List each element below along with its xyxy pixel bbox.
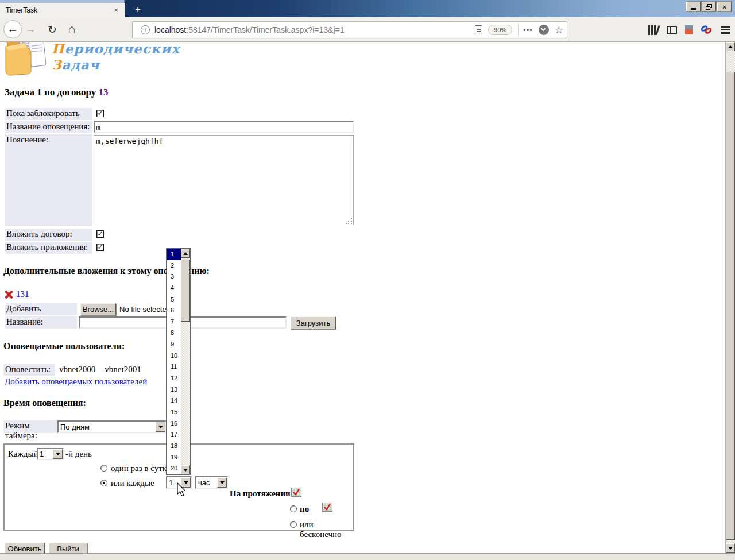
every-interval-label: или каждые xyxy=(111,478,154,488)
menu-icon[interactable] xyxy=(721,26,730,34)
page-title: Задача 1 по договору 13 xyxy=(5,87,109,98)
divider xyxy=(518,24,519,36)
infinite-radio[interactable] xyxy=(290,521,297,528)
minimize-icon xyxy=(691,8,696,10)
browse-button[interactable]: Browse... xyxy=(80,303,116,315)
page-scrollbar[interactable] xyxy=(725,42,735,553)
app-logo-line1: Периодических xyxy=(52,42,180,56)
add-attachment-label: Добавить вложение: xyxy=(5,303,77,315)
window-bottom-edge xyxy=(0,553,735,560)
no-file-text: No file selected. xyxy=(119,305,173,314)
app-logo-line2: Задач xyxy=(52,57,100,72)
alert-name-label: Название оповещения: xyxy=(5,121,92,133)
page-content: Периодических Задач Задача 1 по договору… xyxy=(0,42,725,553)
home-icon: ⌂ xyxy=(68,22,75,36)
until-label: по xyxy=(300,504,309,514)
scrollbar-thumb[interactable] xyxy=(181,260,190,322)
every-interval-radio[interactable] xyxy=(100,480,107,486)
home-button[interactable]: ⌂ xyxy=(63,22,80,37)
sidebar-icon[interactable] xyxy=(667,26,677,34)
scroll-up-button[interactable] xyxy=(181,249,190,258)
date-picker-from-icon[interactable] xyxy=(291,488,301,497)
scrollbar-thumb[interactable] xyxy=(726,72,735,540)
restore-button[interactable] xyxy=(702,2,716,11)
forward-button[interactable]: → xyxy=(22,23,39,36)
delete-attachment-icon[interactable] xyxy=(5,290,13,299)
chevron-down-icon xyxy=(156,422,165,432)
url-bar[interactable]: i localhost:58147/TimerTask/TimerTask.as… xyxy=(132,21,567,38)
contract-link[interactable]: 13 xyxy=(99,87,109,98)
update-button[interactable]: Обновить xyxy=(5,543,45,553)
notified-user: vbnet2000 xyxy=(59,365,95,374)
dropdown-scrollbar[interactable] xyxy=(181,249,190,474)
back-icon: ← xyxy=(7,23,18,36)
zoom-level-badge[interactable]: 90% xyxy=(488,25,512,35)
scroll-up-button[interactable] xyxy=(726,42,735,51)
close-button[interactable]: × xyxy=(717,2,732,11)
until-radio[interactable] xyxy=(290,505,297,512)
attachment-link[interactable]: 131 xyxy=(16,289,29,299)
minimize-button[interactable] xyxy=(686,2,701,11)
upload-button[interactable]: Загрузить xyxy=(291,316,336,329)
dropdown-popup: 1234567891011121314151617181920 xyxy=(166,248,191,475)
users-heading: Оповещаемые пользователи: xyxy=(3,341,125,352)
notify-label: Оповестить: xyxy=(3,364,55,376)
library-icon[interactable] xyxy=(648,25,659,35)
reader-mode-icon[interactable] xyxy=(475,25,482,34)
scroll-down-button[interactable] xyxy=(726,543,735,553)
infinite-label: или бесконечно xyxy=(300,520,353,539)
date-picker-until-icon[interactable] xyxy=(322,503,332,512)
url-path: :58147/TimerTask/TimerTask.aspx?i=13&j=1 xyxy=(186,25,344,34)
forward-icon: → xyxy=(25,23,36,35)
tab-timertask[interactable]: TimerTask × xyxy=(0,3,125,17)
alert-name-input[interactable]: m xyxy=(94,121,354,133)
back-button[interactable]: ← xyxy=(3,20,22,38)
lock-checkbox[interactable]: ✓ xyxy=(96,110,104,117)
notified-users: vbnet2000vbnet2001 xyxy=(59,365,141,374)
pocket-icon[interactable] xyxy=(539,25,549,35)
page-actions-icon[interactable]: ••• xyxy=(523,26,533,34)
duration-label: На протяжении с xyxy=(230,489,296,499)
mouse-cursor xyxy=(176,482,188,497)
new-tab-button[interactable]: + xyxy=(131,3,145,17)
every-prefix: Каждый xyxy=(8,449,38,459)
lock-label: Пока заблокировать xyxy=(5,108,92,120)
attach-contract-checkbox[interactable]: ✓ xyxy=(96,230,104,238)
attach-apps-label: Вложить приложения: xyxy=(5,242,92,254)
notified-user: vbnet2001 xyxy=(105,365,141,374)
attach-contract-label: Вложить договор: xyxy=(5,229,92,241)
tab-title: TimerTask xyxy=(6,6,111,14)
browser-window: TimerTask × + × ← → ↻ ⌂ i localhost:5814… xyxy=(0,0,735,560)
timer-mode-label: Режим таймера: xyxy=(3,420,57,433)
app-logo-folder-icon xyxy=(5,42,51,76)
url-host: localhost xyxy=(154,25,186,34)
exit-button[interactable]: Выйти xyxy=(49,543,87,553)
bookmark-star-icon[interactable]: ☆ xyxy=(555,24,563,36)
resize-grip-icon[interactable] xyxy=(346,217,353,224)
attach-apps-checkbox[interactable]: ✓ xyxy=(96,244,104,251)
note-textarea[interactable]: m,seferwejghfhf xyxy=(94,135,354,225)
scroll-down-button[interactable] xyxy=(181,465,190,474)
add-users-link[interactable]: Добавить оповещаемых пользователей xyxy=(5,377,147,387)
once-per-day-radio[interactable] xyxy=(100,465,107,472)
reload-button[interactable]: ↻ xyxy=(44,23,61,36)
extension-icon-1[interactable] xyxy=(685,25,693,34)
timing-heading: Время оповещения: xyxy=(3,398,86,408)
extension-icon-2[interactable] xyxy=(701,25,713,35)
reload-icon: ↻ xyxy=(48,24,57,36)
once-per-day-label: один раз в сутки xyxy=(111,464,171,473)
titlebar: TimerTask × + × xyxy=(0,0,735,17)
restore-icon xyxy=(706,4,712,10)
site-info-icon[interactable]: i xyxy=(141,25,150,34)
every-day-select[interactable]: 1 xyxy=(37,448,64,460)
navigation-toolbar: ← → ↻ ⌂ i localhost:58147/TimerTask/Time… xyxy=(0,17,735,42)
unit-select[interactable]: час xyxy=(195,476,228,489)
attachment-name-label: Название: xyxy=(5,316,77,329)
chevron-down-icon xyxy=(217,477,227,488)
note-label: Пояснение: xyxy=(5,134,92,226)
chevron-down-icon xyxy=(53,449,63,459)
timer-mode-select[interactable]: По дням xyxy=(57,420,167,433)
tab-close-icon[interactable]: × xyxy=(111,6,121,15)
url-text[interactable]: localhost:58147/TimerTask/TimerTask.aspx… xyxy=(154,25,475,34)
every-suffix: -й день xyxy=(65,449,92,459)
